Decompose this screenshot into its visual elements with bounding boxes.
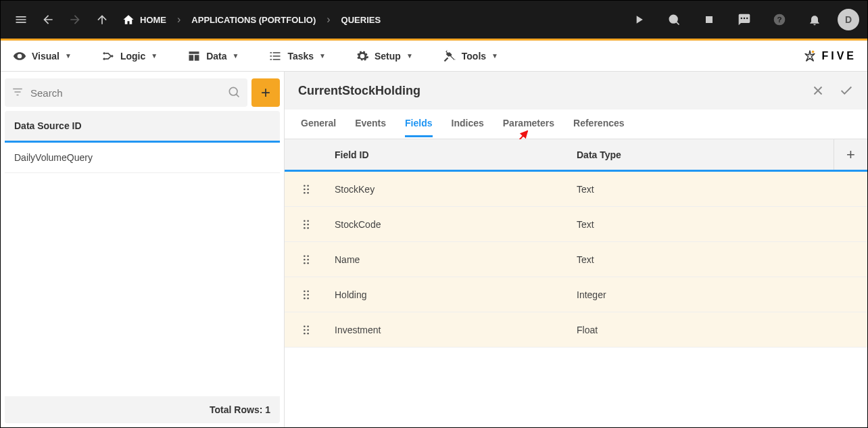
up-icon[interactable] [90,7,114,32]
drag-handle-icon[interactable] [285,325,328,335]
drag-handle-icon[interactable] [285,220,328,229]
svg-point-24 [304,258,306,260]
help-icon[interactable]: ? [767,7,792,32]
svg-point-22 [304,255,306,257]
menu-label: Setup [375,51,401,62]
drag-handle-icon[interactable] [285,255,328,264]
table-icon [187,49,201,63]
list-item-label: DailyVolumeQuery [14,152,93,163]
menu-icon[interactable] [9,7,33,32]
cell-field-id: Holding [328,289,577,300]
tab-fields[interactable]: Fields [405,111,432,137]
menu-tools[interactable]: Tools ▼ [436,45,505,67]
breadcrumb-home[interactable]: HOME [117,14,172,26]
svg-point-31 [307,293,309,295]
menu-logic[interactable]: Logic ▼ [95,45,164,67]
svg-point-12 [304,188,306,190]
chevron-down-icon: ▼ [233,52,239,60]
tab-indices[interactable]: Indices [452,111,484,137]
chevron-down-icon: ▼ [65,52,72,60]
search-row: + [5,76,280,111]
tab-references[interactable]: References [573,111,625,137]
add-button[interactable]: + [251,78,280,107]
svg-point-34 [304,325,306,327]
menubar: Visual ▼ Logic ▼ Data ▼ Tasks ▼ Setup ▼ … [1,41,867,72]
menu-visual[interactable]: Visual ▼ [6,45,78,67]
cell-field-id: Name [328,254,577,265]
svg-point-17 [307,220,309,222]
menu-label: Tasks [287,51,314,62]
drag-handle-icon[interactable] [285,290,328,300]
content: CurrentStockHolding General Events Field… [285,72,867,427]
svg-point-28 [304,290,306,292]
svg-rect-1 [706,16,713,23]
svg-point-30 [304,293,306,295]
svg-point-32 [304,297,306,299]
list-footer: Total Rows: 1 [5,396,280,423]
breadcrumb-applications[interactable]: APPLICATIONS (PORTFOLIO) [186,15,321,25]
svg-point-19 [307,223,309,225]
table-row[interactable]: StockCode Text [285,207,867,242]
cell-data-type: Float [577,325,834,335]
menu-tasks[interactable]: Tasks ▼ [262,45,333,67]
cell-data-type: Integer [577,289,834,300]
menu-setup[interactable]: Setup ▼ [349,45,420,67]
svg-point-38 [304,332,306,334]
svg-point-8 [229,87,237,95]
tab-events[interactable]: Events [355,111,386,137]
confirm-button[interactable] [839,83,854,98]
svg-point-29 [307,290,309,292]
breadcrumb-queries[interactable]: QUERIES [336,15,387,25]
breadcrumb-label: QUERIES [341,15,381,25]
svg-point-21 [307,227,309,229]
page-title: CurrentStockHolding [298,84,420,98]
check-icon [839,83,854,98]
chevron-down-icon: ▼ [491,52,498,60]
table-row[interactable]: StockKey Text [285,172,867,207]
chevron-right-icon: › [324,14,333,26]
chevron-down-icon: ▼ [406,52,413,60]
bell-icon[interactable] [802,7,827,32]
svg-point-25 [307,258,309,260]
table-row[interactable]: Investment Float [285,312,867,348]
table-row[interactable]: Holding Integer [285,277,867,312]
search-box[interactable] [5,78,247,107]
content-actions [811,83,854,98]
avatar[interactable]: D [838,9,859,30]
search-input[interactable] [30,87,220,99]
svg-point-10 [304,185,306,187]
topbar-right: ? D [627,7,859,32]
add-field-button[interactable]: + [834,139,867,170]
svg-text:?: ? [777,15,781,24]
chat-icon[interactable] [732,7,756,32]
svg-point-0 [669,15,677,23]
svg-point-5 [103,57,105,60]
menu-data[interactable]: Data ▼ [180,45,245,67]
list-icon [268,49,282,63]
search-wrench-icon[interactable] [662,7,686,32]
drag-handle-icon[interactable] [285,185,328,194]
cell-field-id: Investment [328,325,577,335]
list-item[interactable]: DailyVolumeQuery [5,143,280,173]
topbar: HOME › APPLICATIONS (PORTFOLIO) › QUERIE… [1,1,867,39]
tools-icon [443,49,456,63]
menu-label: Visual [32,51,59,62]
filter-icon[interactable] [11,86,24,100]
tab-parameters[interactable]: Parameters [503,111,554,137]
gear-icon [356,49,369,63]
svg-point-36 [304,329,306,331]
search-icon[interactable] [227,85,241,101]
brand-mark-icon [802,49,817,64]
svg-point-33 [307,297,309,299]
svg-point-26 [304,262,306,264]
play-icon[interactable] [627,7,651,32]
col-field-id: Field ID [328,149,577,160]
eye-icon [13,49,26,63]
close-button[interactable] [811,83,825,98]
svg-point-18 [304,223,306,225]
tab-general[interactable]: General [301,111,336,137]
table-row[interactable]: Name Text [285,242,867,277]
forward-icon[interactable] [63,7,87,32]
back-icon[interactable] [36,7,60,32]
stop-icon[interactable] [697,7,721,32]
